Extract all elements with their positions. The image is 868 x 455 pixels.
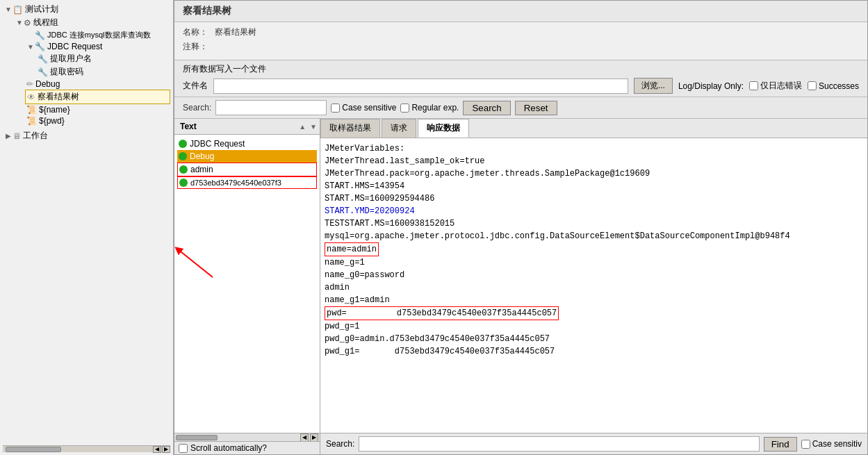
search-input[interactable] [215, 100, 327, 115]
sidebar-item-pwd-var-label: ${pwd} [39, 116, 65, 126]
detail-line-1: JMeterThread.last_sample_ok=true [325, 155, 863, 167]
regular-exp-label: Regular exp. [400, 103, 459, 113]
detail-line-9: name_g=1 [325, 256, 863, 269]
threadgroup-icon: ⚙ [24, 18, 31, 28]
regular-exp-checkbox[interactable] [400, 104, 409, 113]
detail-search-label: Search: [326, 439, 354, 449]
sidebar-item-jdbc-connect[interactable]: ▶ 🔧 JDBC 连接mysql数据库查询数 [25, 29, 170, 41]
file-label: 文件名 [183, 80, 208, 92]
tree-panel: Text ▲ ▼ JDBC Request Debug [174, 119, 320, 454]
sidebar-threadgroup-children: ▶ 🔧 JDBC 连接mysql数据库查询数 ▼ 🔧 JDBC Request … [14, 29, 170, 126]
testplan-icon: 📋 [13, 5, 23, 15]
jdbc-node-status [179, 140, 187, 148]
sidebar-item-workbench[interactable]: ▶ 🖥 工作台 [3, 129, 170, 142]
panel-title-text: 察看结果树 [183, 5, 231, 16]
name-admin-highlight: name=admin [325, 242, 379, 256]
tree-panel-header: Text ▲ ▼ [174, 119, 320, 135]
tab-request-label: 请求 [391, 123, 407, 133]
tree-node-debug-label: Debug [190, 151, 214, 161]
errors-checkbox[interactable] [749, 81, 758, 90]
sidebar-item-name-var[interactable]: 📜 ${name} [25, 104, 170, 115]
panel-form: 名称： 察看结果树 注释： [174, 22, 867, 60]
find-button[interactable]: Find [764, 437, 797, 452]
detail-line-12: name_g1=admin [325, 294, 863, 306]
detail-line-10: name_g0=password [325, 269, 863, 281]
tree-node-hash[interactable]: d753ebd3479c4540e037f3 [177, 176, 317, 189]
successes-checkbox[interactable] [808, 81, 817, 90]
sidebar-item-jdbc-request[interactable]: ▼ 🔧 JDBC Request [25, 41, 170, 52]
detail-line-4: START.MS=1600929594486 [325, 192, 863, 205]
sidebar-item-testplan[interactable]: ▼ 📋 测试计划 [3, 3, 170, 16]
sidebar-item-view-results-label: 察看结果树 [38, 91, 79, 103]
sidebar-item-threadgroup[interactable]: ▼ ⚙ 线程组 [14, 16, 170, 29]
regular-exp-text: Regular exp. [411, 103, 459, 113]
scroll-automatically-label: Scroll automatically? [190, 443, 267, 453]
detail-line-3: START.HMS=143954 [325, 180, 863, 192]
detail-line-7: mysql=org.apache.jmeter.protocol.jdbc.co… [325, 230, 863, 242]
expand-icon[interactable]: ▼ [4, 6, 13, 13]
search-row: Search: Case sensitive Regular exp. Sear… [174, 97, 867, 119]
tree-node-debug[interactable]: Debug [177, 150, 317, 163]
sidebar-item-pwd-var[interactable]: 📜 ${pwd} [25, 115, 170, 126]
tab-response-data-label: 响应数据 [427, 123, 460, 133]
comment-label: 注释： [183, 41, 211, 53]
tab-request[interactable]: 请求 [382, 119, 416, 138]
scroll-automatically-checkbox[interactable] [179, 444, 188, 453]
expand-icon-jdbc[interactable]: ▼ [26, 43, 35, 51]
search-button[interactable]: Search [463, 101, 510, 115]
errors-checkbox-label: 仅日志错误 [749, 80, 802, 92]
sidebar: ▼ 📋 测试计划 ▼ ⚙ 线程组 ▶ 🔧 JDBC 连接mysql数据库查询数 [0, 0, 174, 455]
debug-icon: ✏ [26, 79, 33, 89]
sidebar-children: ▼ ⚙ 线程组 ▶ 🔧 JDBC 连接mysql数据库查询数 ▼ 🔧 [3, 16, 170, 126]
tree-node-jdbc-request[interactable]: JDBC Request [177, 138, 317, 150]
sidebar-scrollbar[interactable]: ◀ ▶ [3, 445, 170, 452]
jdbc-connect-icon: 🔧 [35, 31, 45, 40]
detail-line-8: name=admin [325, 242, 863, 256]
tree-node-jdbc-label: JDBC Request [190, 139, 245, 149]
case-sensitive-label: Case sensitive [331, 103, 396, 113]
tree-node-admin-label: admin [190, 165, 213, 174]
sidebar-item-testplan-label: 测试计划 [25, 3, 58, 15]
file-row: 文件名 浏览... Log/Display Only: 仅日志错误 Succes… [183, 78, 859, 94]
tree-node-admin[interactable]: admin [177, 163, 317, 176]
detail-line-14: pwd_g=1 [325, 320, 863, 333]
sidebar-item-workbench-label: 工作台 [23, 130, 48, 142]
detail-search-input[interactable] [359, 436, 759, 452]
tab-sampler-result[interactable]: 取样器结果 [320, 119, 380, 138]
tree-collapse-icon[interactable]: ▲ [297, 123, 307, 131]
detail-line-11: admin [325, 281, 863, 294]
browse-button[interactable]: 浏览... [634, 78, 673, 94]
tree-expand-icon[interactable]: ▼ [309, 123, 318, 131]
sidebar-item-view-results[interactable]: 👁 察看结果树 [25, 90, 170, 104]
arrow-annotation: 用户名和密码 [174, 242, 227, 286]
sidebar-item-get-username-label: 提取用户名 [50, 53, 92, 65]
sidebar-scroll-left[interactable]: ◀ [153, 446, 161, 453]
log-display-label: Log/Display Only: [678, 81, 744, 91]
tree-scroll-left[interactable]: ◀ [300, 433, 309, 442]
bottom-case-sensitive-checkbox[interactable] [801, 440, 810, 449]
sidebar-item-get-username[interactable]: 🔧 提取用户名 [36, 52, 170, 65]
file-input[interactable] [213, 78, 628, 94]
sidebar-scroll-right[interactable]: ▶ [162, 446, 170, 453]
file-section: 所有数据写入一个文件 文件名 浏览... Log/Display Only: 仅… [174, 60, 867, 97]
sidebar-item-get-password-label: 提取密码 [50, 66, 83, 78]
tab-response-data[interactable]: 响应数据 [418, 119, 469, 138]
form-name-row: 名称： 察看结果树 [183, 26, 859, 38]
detail-line-15: pwd_g0=admin.d753ebd3479c4540e037f35a444… [325, 333, 863, 345]
expand-icon-thread[interactable]: ▼ [15, 19, 24, 26]
detail-line-16: pwd_g1= d753ebd3479c4540e037f35a4445c057 [325, 345, 863, 358]
workbench-expand-icon[interactable]: ▶ [4, 132, 13, 140]
panel-title: 察看结果树 [174, 1, 867, 22]
detail-line-2: JMeterThread.pack=org.apache.jmeter.thre… [325, 167, 863, 180]
split-view: Text ▲ ▼ JDBC Request Debug [174, 119, 867, 454]
jdbc-request-icon: 🔧 [35, 42, 45, 51]
tree-scroll-thumb[interactable] [176, 435, 218, 440]
tree-scroll-right[interactable]: ▶ [310, 433, 318, 442]
sidebar-item-debug[interactable]: ✏ Debug [25, 78, 170, 90]
sidebar-scroll-arrows: ◀ ▶ [153, 446, 170, 453]
sidebar-item-get-password[interactable]: 🔧 提取密码 [36, 65, 170, 78]
tree-scrollbar[interactable]: ◀ ▶ [174, 433, 320, 441]
sidebar-scroll-thumb[interactable] [6, 447, 61, 452]
reset-button[interactable]: Reset [515, 101, 557, 115]
case-sensitive-checkbox[interactable] [331, 104, 340, 113]
